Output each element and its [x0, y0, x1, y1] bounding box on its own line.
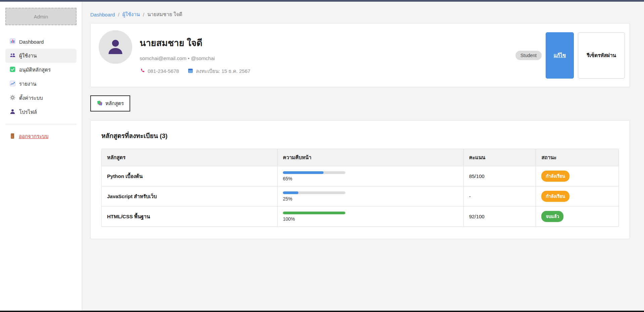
users-icon — [9, 52, 16, 59]
breadcrumb-separator: / — [118, 12, 119, 17]
sidebar-item-approve-courses[interactable]: อนุมัติหลักสูตร — [5, 63, 77, 77]
status-badge: กำลังเรียน — [541, 191, 569, 202]
sidebar-item-label: Dashboard — [19, 39, 44, 45]
phone-icon — [140, 68, 145, 75]
check-icon — [9, 66, 16, 74]
profile-info: นายสมชาย ใจดี somchai@email.com • @somch… — [140, 36, 250, 75]
breadcrumb: Dashboard / ผู้ใช้งาน / นายสมชาย ใจดี — [90, 10, 630, 18]
sidebar-item-label: โปรไฟล์ — [19, 108, 37, 116]
progress-bar — [283, 191, 345, 194]
books-icon — [97, 100, 103, 107]
chart-up-icon — [9, 80, 16, 88]
course-name: Python เบื้องต้น — [102, 166, 278, 186]
profile-meta: 081-234-5678 ลงทะเบียน: 15 ธ.ค. 2567 — [140, 67, 250, 75]
progress-label: 65% — [283, 176, 458, 181]
sidebar-item-users[interactable]: ผู้ใช้งาน — [5, 49, 77, 63]
status-cell: จบแล้ว — [536, 207, 619, 227]
courses-title: หลักสูตรที่ลงทะเบียน (3) — [101, 131, 619, 141]
sidebar-item-profile[interactable]: โปรไฟล์ — [5, 105, 77, 119]
progress-label: 100% — [283, 216, 458, 222]
course-name: JavaScript สำหรับเว็บ — [102, 186, 278, 207]
person-icon — [9, 108, 16, 116]
sidebar-item-label: อนุมัติหลักสูตร — [19, 66, 51, 74]
progress-label: 25% — [283, 196, 458, 202]
header-course: หลักสูตร — [102, 149, 278, 166]
phone-number: 081-234-5678 — [148, 68, 179, 74]
tab-courses[interactable]: หลักสูตร — [90, 95, 130, 112]
progress-cell: 65% — [277, 166, 463, 186]
table-header-row: หลักสูตร ความคืบหน้า คะแนน สถานะ — [102, 149, 619, 166]
sidebar-item-label: รายงาน — [19, 80, 36, 88]
table-row: Python เบื้องต้น 65% 85/100 กำลังเรียน — [102, 166, 619, 186]
sidebar-item-label: ตั้งค่าระบบ — [19, 94, 43, 102]
registered-meta: ลงทะเบียน: 15 ธ.ค. 2567 — [188, 67, 250, 75]
tab-bar: หลักสูตร — [90, 95, 630, 112]
logout-label: ออกจากระบบ — [19, 132, 49, 140]
score-value: - — [463, 186, 536, 207]
courses-table: หลักสูตร ความคืบหน้า คะแนน สถานะ Python … — [101, 149, 619, 227]
status-badge: กำลังเรียน — [541, 171, 569, 182]
breadcrumb-current-page: นายสมชาย ใจดี — [147, 10, 182, 18]
progress-cell: 25% — [277, 186, 463, 207]
course-name: HTML/CSS พื้นฐาน — [102, 207, 278, 227]
profile-email: somchai@email.com • @somchai — [140, 55, 250, 61]
score-value: 85/100 — [463, 166, 536, 186]
profile-actions: Student แก้ไข รีเซ็ตรหัสผ่าน — [515, 32, 625, 79]
person-silhouette-icon — [106, 38, 125, 56]
registered-date: ลงทะเบียน: 15 ธ.ค. 2567 — [196, 67, 250, 75]
admin-logo-label: Admin — [34, 14, 48, 19]
door-icon — [9, 133, 15, 140]
progress-cell: 100% — [277, 207, 463, 227]
courses-card: หลักสูตรที่ลงทะเบียน (3) หลักสูตร ความคื… — [90, 120, 630, 239]
tab-courses-label: หลักสูตร — [105, 99, 124, 107]
profile-name: นายสมชาย ใจดี — [140, 36, 250, 50]
status-cell: กำลังเรียน — [536, 186, 619, 207]
role-badge: Student — [515, 51, 542, 60]
sidebar: Admin Dashboard ผู้ใช้งาน อนุมัติหลักสูต… — [0, 2, 82, 311]
sidebar-nav: Dashboard ผู้ใช้งาน อนุมัติหลักสูตร รายง… — [5, 35, 77, 119]
sidebar-item-dashboard[interactable]: Dashboard — [5, 35, 77, 49]
profile-card: นายสมชาย ใจดี somchai@email.com • @somch… — [90, 23, 630, 87]
bar-chart-icon — [9, 38, 16, 45]
breadcrumb-users-link[interactable]: ผู้ใช้งาน — [122, 10, 140, 18]
status-cell: กำลังเรียน — [536, 166, 619, 186]
breadcrumb-dashboard-link[interactable]: Dashboard — [90, 12, 115, 17]
header-progress: ความคืบหน้า — [277, 149, 463, 166]
sidebar-item-label: ผู้ใช้งาน — [19, 52, 37, 60]
table-row: HTML/CSS พื้นฐาน 100% 92/100 จบแล้ว — [102, 207, 619, 227]
phone-meta: 081-234-5678 — [140, 68, 179, 75]
admin-logo-placeholder: Admin — [5, 8, 77, 25]
progress-bar — [283, 212, 345, 214]
reset-password-button[interactable]: รีเซ็ตรหัสผ่าน — [578, 32, 625, 79]
main-content: Dashboard / ผู้ใช้งาน / นายสมชาย ใจดี นา… — [82, 2, 644, 311]
avatar — [99, 30, 132, 64]
edit-button[interactable]: แก้ไข — [546, 32, 574, 79]
logout-link[interactable]: ออกจากระบบ — [5, 130, 53, 143]
header-status: สถานะ — [536, 149, 619, 166]
score-value: 92/100 — [463, 207, 536, 227]
header-score: คะแนน — [463, 149, 536, 166]
sidebar-divider — [5, 124, 77, 124]
sidebar-item-settings[interactable]: ตั้งค่าระบบ — [5, 91, 77, 105]
progress-bar — [283, 171, 345, 174]
table-row: JavaScript สำหรับเว็บ 25% - กำลังเรียน — [102, 186, 619, 207]
gear-icon — [9, 94, 16, 102]
calendar-icon — [188, 68, 193, 75]
sidebar-item-reports[interactable]: รายงาน — [5, 77, 77, 91]
window-bottom-edge — [0, 311, 644, 312]
status-badge: จบแล้ว — [541, 211, 563, 222]
breadcrumb-separator: / — [143, 12, 144, 17]
